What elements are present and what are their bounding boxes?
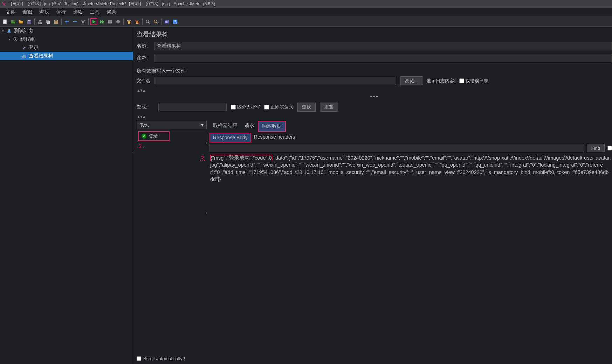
errors-only-checkbox[interactable]: 仅错误日志 [459,78,488,84]
case-sensitive-checkbox[interactable]: 区分大小写 [231,104,260,110]
search-input[interactable] [158,103,227,111]
chevron-down-icon: ▾ [8,37,12,41]
svg-rect-10 [55,20,57,21]
stop-icon[interactable] [106,18,114,25]
menu-tools[interactable]: 工具 [86,8,103,16]
search-button[interactable]: 查找 [297,103,316,112]
toolbar: fx ? [0,17,612,27]
renderer-dropdown[interactable]: Text ▾ [137,121,207,129]
sampler-label: 登录 [149,133,158,139]
svg-rect-22 [23,55,25,58]
tree-label: 登录 [29,44,39,51]
scroll-auto-checkbox[interactable] [137,356,141,361]
minus-icon[interactable] [71,18,78,25]
splitter-handle[interactable]: ⋮ [131,149,134,153]
save-icon[interactable] [26,18,33,25]
title-text: 【练习】【0718】.jmx (G:\A_Testing\L_Jmeter\JM… [8,1,215,7]
browse-button[interactable]: 浏览... [400,76,422,85]
regex-checkbox[interactable]: 正则表达式 [264,104,293,110]
tree-thread-group[interactable]: ▾ 线程组 [0,35,133,43]
svg-rect-2 [12,21,14,21]
menu-run[interactable]: 运行 [53,8,69,16]
tree-panel: ▾ 测试计划 ▾ 线程组 登录 查看结果树 ⋮ [0,27,133,364]
splitter-handle[interactable]: ⋮ [205,142,207,146]
response-body[interactable]: 3. {"msg":"登录成功","code":0,"data":{"id":"… [209,154,612,364]
menu-file[interactable]: 文件 [2,8,19,16]
response-highlight: {"msg":"登录成功","code":0 [210,155,272,161]
menu-edit[interactable]: 编辑 [19,8,36,16]
menu-help[interactable]: 帮助 [103,8,120,16]
svg-text:?: ? [174,20,176,24]
flask-icon [6,28,12,34]
collapse-arrows[interactable]: ▲▼▲ [137,88,612,93]
tree-label: 测试计划 [14,28,34,34]
copy-icon[interactable] [44,18,51,25]
results-left-panel: Text ▾ ✓ 登录 2 . Scroll automatically? [137,121,207,364]
pipette-icon [21,45,27,50]
svg-text:fx: fx [165,20,167,23]
show-log-label: 显示日志内容: [427,78,455,84]
start-no-pause-icon[interactable] [98,18,105,25]
svg-rect-21 [22,56,23,58]
cut-icon[interactable] [36,18,43,25]
find-checkbox[interactable] [607,144,612,152]
svg-rect-0 [3,20,7,24]
titlebar: 【练习】【0718】.jmx (G:\A_Testing\L_Jmeter\JM… [0,0,612,8]
subtab-response-body[interactable]: Response Body [209,133,251,142]
splitter-handle[interactable]: ⋮ [205,212,207,216]
start-icon[interactable] [90,18,97,25]
sampler-login-result[interactable]: ✓ 登录 [138,131,170,141]
function-icon[interactable]: fx [163,18,170,25]
menu-options[interactable]: 选项 [69,8,86,16]
comment-input[interactable] [154,54,612,62]
find-button[interactable]: Find [587,144,605,152]
svg-point-5 [38,22,40,24]
jmeter-icon [1,1,6,6]
filename-input[interactable] [154,77,396,85]
subtab-response-headers[interactable]: Response headers [251,133,298,142]
scroll-auto-label: Scroll automatically? [143,356,185,361]
reset-button[interactable]: 重置 [320,103,338,112]
clear-icon[interactable] [125,18,132,25]
name-input[interactable] [154,42,612,50]
comment-label: 注释: [137,55,154,61]
annotation-3: 3. [200,154,206,163]
clear-all-icon[interactable] [133,18,140,25]
svg-rect-23 [25,55,26,58]
tab-request[interactable]: 请求 [241,121,258,132]
tree-view-results[interactable]: 查看结果树 [0,52,133,60]
tree-test-plan[interactable]: ▾ 测试计划 [0,27,133,35]
tree-login-sampler[interactable]: 登录 [0,43,133,52]
splitter-handle[interactable]: ⋮ [205,122,207,126]
templates-icon[interactable] [9,18,16,25]
open-icon[interactable] [18,18,25,25]
menu-search[interactable]: 查找 [36,8,53,16]
svg-rect-1 [11,20,15,23]
find-input[interactable] [209,144,584,152]
search-reset-icon[interactable] [152,18,159,25]
search-icon[interactable] [144,18,151,25]
success-icon: ✓ [142,134,146,139]
help-icon[interactable]: ? [171,18,178,25]
plus-icon[interactable] [63,18,70,25]
chart-icon [21,53,27,59]
search-label: 查找: [137,104,154,110]
tab-response-data[interactable]: 响应数据 [258,121,286,132]
annotation-2: 2 . [139,143,209,149]
gear-icon [13,36,18,42]
paste-icon[interactable] [53,18,60,25]
svg-point-20 [15,38,16,40]
svg-point-6 [40,22,42,24]
filename-label: 文件名 [137,78,150,84]
svg-rect-8 [47,21,50,24]
tab-sampler-result[interactable]: 取样器结果 [209,121,241,132]
new-icon[interactable] [1,18,8,25]
tree-label: 线程组 [20,36,35,42]
shutdown-icon[interactable] [115,18,122,25]
collapse-arrows-2[interactable]: ▲▼▲ [137,114,612,119]
toggle-icon[interactable] [80,18,87,25]
results-right-panel: ⋮ 取样器结果 请求 响应数据 Response Body Response h… [207,121,612,364]
drag-handle[interactable]: ••• [137,93,612,100]
sampler-list: ✓ 登录 2 . [137,129,207,353]
tree-label: 查看结果树 [29,53,53,59]
